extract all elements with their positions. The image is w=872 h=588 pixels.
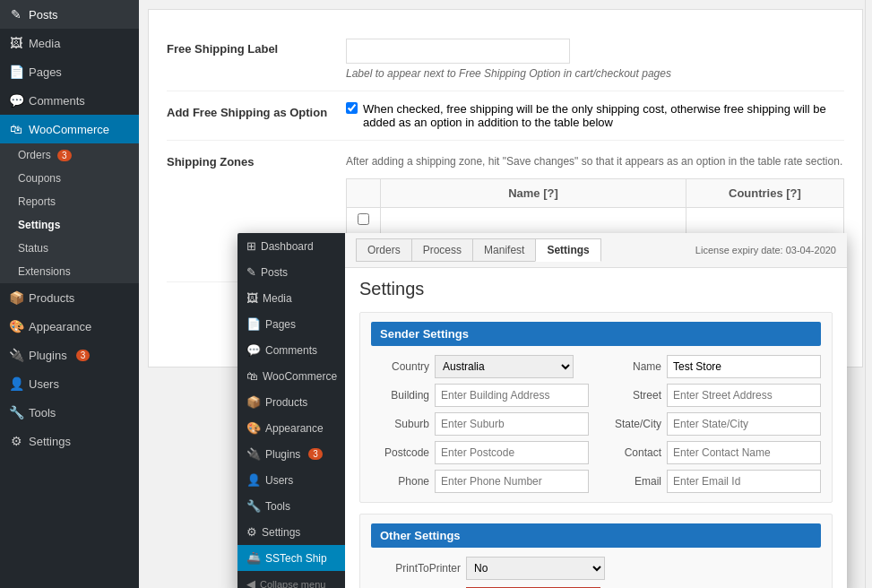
plugin-sidebar-woocommerce[interactable]: 🛍 WooCommerce bbox=[237, 363, 345, 389]
posts-icon: ✎ bbox=[9, 7, 23, 22]
building-label: Building bbox=[371, 389, 429, 402]
plugin-sidebar-settings-item[interactable]: ⚙ Settings bbox=[237, 519, 345, 545]
country-select[interactable]: Australia bbox=[435, 355, 574, 378]
add-free-shipping-value: When checked, free shipping will be the … bbox=[346, 102, 844, 129]
ps-settings-icon: ⚙ bbox=[246, 525, 257, 539]
shipping-zones-label: Shipping Zones bbox=[167, 151, 346, 169]
ps-products-icon: 📦 bbox=[246, 395, 261, 409]
plugin-sidebar-sstech[interactable]: 🚢 SSTech Ship bbox=[237, 545, 345, 571]
street-input[interactable] bbox=[667, 384, 821, 407]
zone-checkbox-header[interactable] bbox=[358, 213, 369, 225]
sender-settings-section: Sender Settings Country Australia Name bbox=[359, 312, 833, 503]
media-icon: 🖼 bbox=[9, 36, 23, 50]
plugin-sidebar-appearance[interactable]: 🎨 Appearance bbox=[237, 415, 345, 441]
settings-icon: ⚙ bbox=[9, 434, 23, 448]
ps-pages-icon: 📄 bbox=[246, 317, 261, 331]
sidebar-item-appearance[interactable]: 🎨 Appearance bbox=[0, 312, 139, 341]
products-icon: 📦 bbox=[9, 290, 23, 305]
ps-sstech-icon: 🚢 bbox=[246, 551, 261, 565]
sidebar-item-users[interactable]: 👤 Users bbox=[0, 369, 139, 398]
ps-posts-icon: ✎ bbox=[246, 265, 256, 279]
tab-process[interactable]: Process bbox=[411, 238, 472, 262]
dashboard-icon: ⊞ bbox=[246, 239, 256, 253]
add-free-shipping-description: When checked, free shipping will be the … bbox=[363, 102, 844, 129]
contact-input[interactable] bbox=[667, 441, 821, 464]
email-label: Email bbox=[603, 475, 661, 488]
plugin-sidebar-users[interactable]: 👤 Users bbox=[237, 467, 345, 493]
sidebar-item-posts[interactable]: ✎ Posts bbox=[0, 0, 139, 29]
checkbox-row: When checked, free shipping will be the … bbox=[346, 102, 844, 129]
suburb-input[interactable] bbox=[435, 412, 589, 436]
email-input[interactable] bbox=[667, 470, 821, 493]
zone-name-col: Name [?] bbox=[381, 179, 686, 208]
ps-appearance-icon: 🎨 bbox=[246, 421, 261, 435]
plugin-sidebar-tools[interactable]: 🔧 Tools bbox=[237, 493, 345, 519]
add-free-shipping-label: Add Free Shipping as Option bbox=[167, 102, 346, 119]
suburb-field: Suburb bbox=[371, 412, 589, 436]
sidebar-item-woocommerce[interactable]: 🛍 WooCommerce bbox=[0, 115, 139, 143]
zone-empty-check bbox=[347, 208, 381, 234]
sidebar-item-comments[interactable]: 💬 Comments bbox=[0, 86, 139, 115]
tab-manifest[interactable]: Manifest bbox=[472, 238, 535, 262]
woocommerce-icon: 🛍 bbox=[9, 122, 23, 136]
comments-icon: 💬 bbox=[9, 93, 23, 108]
contact-field: Contact bbox=[603, 441, 821, 464]
plugin-sidebar-pages[interactable]: 📄 Pages bbox=[237, 311, 345, 337]
building-input[interactable] bbox=[435, 384, 589, 407]
plugin-sidebar-collapse[interactable]: ◀ Collapse menu bbox=[237, 571, 345, 588]
sidebar-item-settings[interactable]: ⚙ Settings bbox=[0, 427, 139, 455]
country-label: Country bbox=[371, 360, 429, 373]
sidebar-sub-orders[interactable]: Orders 3 bbox=[0, 143, 139, 167]
free-shipping-label-text: Free Shipping Label bbox=[167, 39, 346, 56]
plugin-sidebar-plugins[interactable]: 🔌 Plugins 3 bbox=[237, 441, 345, 467]
plugin-sidebar: ⊞ Dashboard ✎ Posts 🖼 Media 📄 Pages 💬 Co… bbox=[237, 233, 345, 588]
pages-icon: 📄 bbox=[9, 65, 23, 79]
print-to-printer-select[interactable]: No Yes bbox=[466, 557, 605, 580]
plugin-sidebar-posts[interactable]: ✎ Posts bbox=[237, 259, 345, 285]
plugin-sidebar-dashboard[interactable]: ⊞ Dashboard bbox=[237, 233, 345, 259]
name-input[interactable] bbox=[667, 355, 821, 378]
license-text: License expiry date: 03-04-2020 bbox=[695, 245, 836, 255]
sidebar-sub-settings[interactable]: Settings bbox=[0, 213, 139, 237]
sidebar-item-plugins[interactable]: 🔌 Plugins 3 bbox=[0, 341, 139, 369]
other-settings-section: Other Settings PrintToPrinter No Yes Omn… bbox=[359, 514, 833, 588]
sidebar-sub-coupons[interactable]: Coupons bbox=[0, 167, 139, 190]
plugin-sidebar-media[interactable]: 🖼 Media bbox=[237, 285, 345, 311]
sidebar-item-media[interactable]: 🖼 Media bbox=[0, 29, 139, 57]
free-shipping-label-input[interactable] bbox=[346, 39, 570, 64]
tab-settings[interactable]: Settings bbox=[535, 238, 600, 262]
street-label: Street bbox=[603, 389, 661, 402]
scrollbar[interactable] bbox=[865, 0, 872, 588]
woo-submenu: Orders 3 Coupons Reports Settings Status… bbox=[0, 143, 139, 283]
zone-header-row bbox=[347, 208, 844, 234]
sidebar-sub-reports[interactable]: Reports bbox=[0, 190, 139, 213]
postcode-field: Postcode bbox=[371, 441, 589, 464]
print-to-printer-label: PrintToPrinter bbox=[371, 562, 461, 575]
building-field: Building bbox=[371, 384, 589, 407]
sender-settings-title: Sender Settings bbox=[371, 322, 821, 346]
tab-orders[interactable]: Orders bbox=[356, 238, 411, 262]
postcode-input[interactable] bbox=[435, 441, 589, 464]
zone-countries-col: Countries [?] bbox=[686, 179, 843, 208]
sidebar-sub-status[interactable]: Status bbox=[0, 237, 139, 260]
phone-input[interactable] bbox=[435, 470, 589, 493]
sidebar-item-tools[interactable]: 🔧 Tools bbox=[0, 398, 139, 427]
users-icon: 👤 bbox=[9, 376, 23, 391]
free-shipping-checkbox[interactable] bbox=[346, 102, 358, 114]
plugin-sidebar-comments[interactable]: 💬 Comments bbox=[237, 337, 345, 363]
sidebar-sub-extensions[interactable]: Extensions bbox=[0, 260, 139, 283]
phone-field: Phone bbox=[371, 470, 589, 493]
sidebar-item-pages[interactable]: 📄 Pages bbox=[0, 57, 139, 86]
state-city-field: State/City bbox=[603, 412, 821, 436]
ps-users-icon: 👤 bbox=[246, 473, 261, 487]
suburb-label: Suburb bbox=[371, 418, 429, 430]
ps-plugins-icon: 🔌 bbox=[246, 447, 261, 461]
email-field: Email bbox=[603, 470, 821, 493]
plugin-overlay-panel: ⊞ Dashboard ✎ Posts 🖼 Media 📄 Pages 💬 Co… bbox=[237, 233, 847, 588]
settings-heading: Settings bbox=[359, 279, 833, 299]
sidebar-item-products[interactable]: 📦 Products bbox=[0, 283, 139, 312]
state-city-input[interactable] bbox=[667, 412, 821, 436]
contact-label: Contact bbox=[603, 446, 661, 459]
ps-media-icon: 🖼 bbox=[246, 291, 258, 305]
plugin-sidebar-products[interactable]: 📦 Products bbox=[237, 389, 345, 415]
